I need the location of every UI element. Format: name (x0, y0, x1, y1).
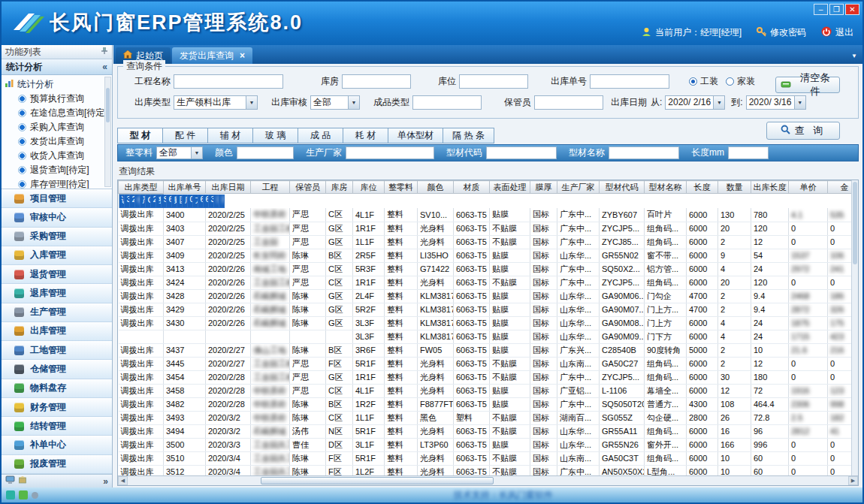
tab-list-caret-icon[interactable]: ▼ (851, 53, 857, 59)
order-no-input[interactable] (590, 74, 669, 89)
column-header[interactable]: 生产厂家 (557, 181, 600, 194)
date-from-picker[interactable]: 2020/ 2/16▼ (665, 95, 725, 110)
outbound-type-select[interactable]: 生产领料出库▼ (174, 95, 258, 110)
maximize-button[interactable]: ❒ (829, 4, 844, 15)
table-row[interactable]: 调拨出库34282020/2/26石碣辉城陈琳G区2L4F整料KLM381760… (119, 289, 859, 303)
column-header[interactable]: 表面处理 (490, 181, 530, 194)
column-header[interactable]: 型材代码 (600, 181, 645, 194)
table-row[interactable]: 调拨出库34582020/2/28华联原府严思C区4L1F整料光身料6063-T… (119, 384, 859, 397)
location-input[interactable] (459, 74, 528, 89)
sidebar-module-2[interactable]: 审核中心 (2, 208, 112, 227)
project-name-input[interactable] (174, 74, 283, 89)
column-header[interactable]: 出库长度 (751, 181, 789, 194)
pin-icon[interactable] (101, 47, 108, 57)
tree-item[interactable]: 在途信息查询[待定] (5, 106, 112, 120)
sidebar-module-12[interactable]: 财务管理 (2, 398, 112, 417)
table-row[interactable]: 调拨出库33992020/2/25华联原府严思C区2L1F整料SV10...60… (119, 194, 164, 208)
sidebar-module-15[interactable]: 报废管理 (2, 455, 112, 474)
column-header[interactable]: 数量 (718, 181, 751, 194)
material-tab-5[interactable]: 成 品 (298, 128, 343, 143)
tree-scrollbar[interactable] (104, 77, 111, 187)
keeper-input[interactable] (534, 95, 603, 110)
whole-part-select[interactable]: 全部▼ (156, 146, 203, 159)
table-row[interactable]: 调拨出库34822020/2/28华联原府陈琳B区1R2F整料F8877FT60… (119, 397, 859, 411)
status-green-icon[interactable] (19, 490, 28, 499)
close-button[interactable]: ✕ (845, 4, 859, 15)
table-row[interactable]: 调拨出库35102020/3/4工业园共工程陈琳F区5R1F整料光身料6063-… (119, 451, 859, 465)
box-icon[interactable] (18, 475, 27, 487)
sidebar-module-14[interactable]: 补单中心 (2, 436, 112, 454)
radio-jiazhuang[interactable]: 家装 (726, 75, 755, 88)
clear-conditions-button[interactable]: 清空条件 (775, 77, 840, 93)
length-input[interactable] (728, 146, 769, 159)
column-header[interactable]: 出库单号 (164, 181, 206, 194)
scroll-right-icon[interactable]: ▶ (848, 476, 858, 485)
column-header[interactable]: 长度 (687, 181, 718, 194)
tree-item[interactable]: 发货出库查询 (5, 134, 112, 149)
profile-code-input[interactable] (486, 146, 557, 159)
column-header[interactable]: 整零料 (385, 181, 418, 194)
column-header[interactable]: 工程 (251, 181, 290, 194)
sidebar-module-6[interactable]: 退库管理 (2, 284, 112, 303)
material-tab-4[interactable]: 玻 璃 (252, 128, 298, 143)
column-header[interactable]: 出库日期 (206, 181, 251, 194)
table-row[interactable]: 调拨出库34032020/2/25工业园工程严思G区1R1F整料光身料6063-… (119, 222, 859, 235)
tab-shipment-outbound-query[interactable]: 发货出库查询 × (172, 47, 252, 64)
tree-item[interactable]: 库存管理[待定] (5, 177, 112, 189)
table-row[interactable]: 调拨出库34372020/2/27佛山工地陈琳B区3R6F整料FW056063-… (119, 343, 859, 357)
manufacturer-input[interactable] (346, 146, 434, 159)
color-input[interactable] (237, 146, 294, 159)
table-row[interactable]: 调拨出库34072020/2/25工业园严思G区1L1F整料光身料6063-T5… (119, 235, 859, 249)
table-row[interactable]: 调拨出库34242020/2/26工业园工程严思C区1R1F整料光身料6063-… (119, 276, 859, 289)
table-row[interactable]: 调拨出库35122020/3/4工业园共工程陈琳F区1L2F整料光身料6063-… (119, 465, 859, 475)
product-type-input[interactable] (412, 95, 482, 110)
material-tab-1[interactable]: 型 材 (117, 128, 162, 143)
table-row[interactable]: 调拨出库34942020/3/2石碣辉城汤伟N区5R1F整料光身料6063-T5… (119, 424, 859, 438)
horizontal-scrollbar[interactable]: ◀ ▶ (118, 475, 858, 485)
material-tab-3[interactable]: 辅 材 (207, 128, 252, 143)
tree-root-statistics[interactable]: 统计分析 (5, 77, 112, 92)
vertical-scrollbar[interactable] (851, 180, 858, 475)
collapse-icon[interactable]: « (102, 62, 107, 72)
material-tab-7[interactable]: 单体型材 (388, 128, 443, 143)
minimize-button[interactable]: – (814, 4, 828, 15)
table-row[interactable]: 调拨出库34132020/2/26南城工地严思C区5R3F整料G71422606… (119, 262, 859, 276)
column-header[interactable]: 出库类型 (119, 181, 164, 194)
logout-button[interactable]: 退出 (821, 26, 853, 39)
table-row[interactable]: 调拨出库34002020/2/25华联原府严思C区4L1F整料SV10...60… (119, 208, 859, 222)
column-header[interactable]: 膜厚 (530, 181, 557, 194)
sidebar-module-7[interactable]: 生产管理 (2, 303, 112, 322)
date-to-picker[interactable]: 2020/ 3/16▼ (746, 95, 806, 110)
column-header[interactable]: 库房 (326, 181, 353, 194)
sidebar-module-4[interactable]: 入库管理 (2, 246, 112, 265)
column-header[interactable]: 型材名称 (645, 181, 687, 194)
table-row[interactable]: 调拨出库34092020/2/25长安同府陈琳B区2R5F整料LI35HO606… (119, 249, 859, 262)
column-header[interactable]: 单价 (789, 181, 828, 194)
search-button[interactable]: 查 询 (766, 122, 840, 140)
tab-close-icon[interactable]: × (240, 50, 245, 61)
scroll-left-icon[interactable]: ◀ (118, 476, 128, 485)
radio-gongzhuang[interactable]: 工装 (689, 75, 718, 88)
horizontal-scroll-thumb[interactable] (261, 477, 494, 484)
tree-item[interactable]: 退货查询[待定] (5, 163, 112, 177)
sidebar-module-10[interactable]: 仓储管理 (2, 360, 112, 379)
sidebar-module-5[interactable]: 退货管理 (2, 265, 112, 284)
tree-item[interactable]: 收货入库查询 (5, 149, 112, 163)
warehouse-input[interactable] (342, 74, 411, 89)
column-header[interactable]: 保管员 (290, 181, 326, 194)
column-header[interactable]: 材质 (454, 181, 490, 194)
status-teal-icon[interactable] (6, 490, 15, 499)
table-row[interactable]: 调拨出库34932020/3/2华联原府陈琳C区1L1F整料黑色塑料不贴膜国标湖… (119, 411, 859, 424)
table-row[interactable]: 调拨出库34542020/2/28工业园工程严思G区1R1F整料光身料6063-… (119, 370, 859, 384)
material-tab-8[interactable]: 隔 热 条 (443, 128, 494, 143)
column-header[interactable]: 颜色 (418, 181, 454, 194)
table-row[interactable]: 调拨出库35002020/3/3工业园共工程曹佳D区3L1F整料LT3P6060… (119, 438, 859, 451)
sidebar-module-3[interactable]: 采购管理 (2, 228, 112, 246)
column-header[interactable]: 库位 (353, 181, 385, 194)
material-tab-2[interactable]: 配 件 (162, 128, 207, 143)
tree-item[interactable]: 预算执行查询 (5, 92, 112, 106)
table-row[interactable]: 调拨出库34302020/2/26石碣辉城陈琳G区3L3F整料KLM381760… (119, 316, 859, 330)
monitor-icon[interactable] (5, 475, 15, 487)
table-row[interactable]: 3L3F整料KLM38176063-T5贴膜国标山东华...GA90M09...… (119, 330, 859, 343)
outbound-audit-select[interactable]: 全部▼ (310, 95, 360, 110)
